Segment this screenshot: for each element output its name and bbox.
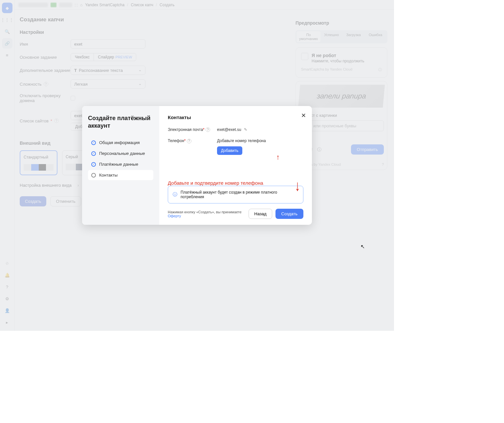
step-general[interactable]: Общая информация bbox=[88, 137, 153, 148]
help-icon[interactable]: ? bbox=[206, 127, 210, 132]
close-icon[interactable]: ✕ bbox=[301, 112, 306, 119]
annotation-text: Добавьте и подтвердите номер телефона bbox=[168, 180, 303, 186]
info-icon: ⓘ bbox=[173, 192, 177, 198]
offer-link[interactable]: Оферту bbox=[168, 214, 181, 218]
step-personal[interactable]: Персональные данные bbox=[88, 148, 153, 159]
step-payment[interactable]: Платёжные данные bbox=[88, 159, 153, 169]
modal-section-title: Контакты bbox=[168, 115, 303, 120]
info-box: ⓘ Платёжный аккаунт будет создан в режим… bbox=[168, 186, 303, 203]
check-icon bbox=[91, 162, 96, 167]
modal-overlay: Создайте платёжный аккаунт Общая информа… bbox=[0, 0, 394, 331]
phone-label: Телефон* ? bbox=[168, 138, 217, 143]
cursor-icon: ↖ bbox=[361, 243, 365, 250]
email-value: exet@exet.su bbox=[217, 127, 241, 132]
back-button[interactable]: Назад bbox=[249, 209, 272, 219]
circle-icon bbox=[91, 173, 96, 178]
modal-title: Создайте платёжный аккаунт bbox=[88, 115, 153, 130]
modal-create-button[interactable]: Создать bbox=[275, 209, 303, 219]
pencil-icon[interactable]: ✎ bbox=[244, 127, 247, 132]
phone-hint: Добавьте номер телефона bbox=[217, 138, 280, 143]
email-label: Электронная почта* ? bbox=[168, 127, 217, 132]
annotation-arrow-down: ↓ bbox=[295, 178, 300, 195]
add-phone-button[interactable]: Добавить bbox=[217, 146, 242, 155]
billing-account-modal: Создайте платёжный аккаунт Общая информа… bbox=[82, 106, 312, 225]
help-icon[interactable]: ? bbox=[187, 139, 191, 143]
annotation-arrow-up: ↑ bbox=[276, 155, 280, 159]
check-icon bbox=[91, 140, 96, 145]
check-icon bbox=[91, 151, 96, 156]
step-contacts[interactable]: Контакты bbox=[88, 170, 153, 180]
agree-text: Нажимая кнопку «Создать», вы принимаете … bbox=[168, 210, 249, 218]
